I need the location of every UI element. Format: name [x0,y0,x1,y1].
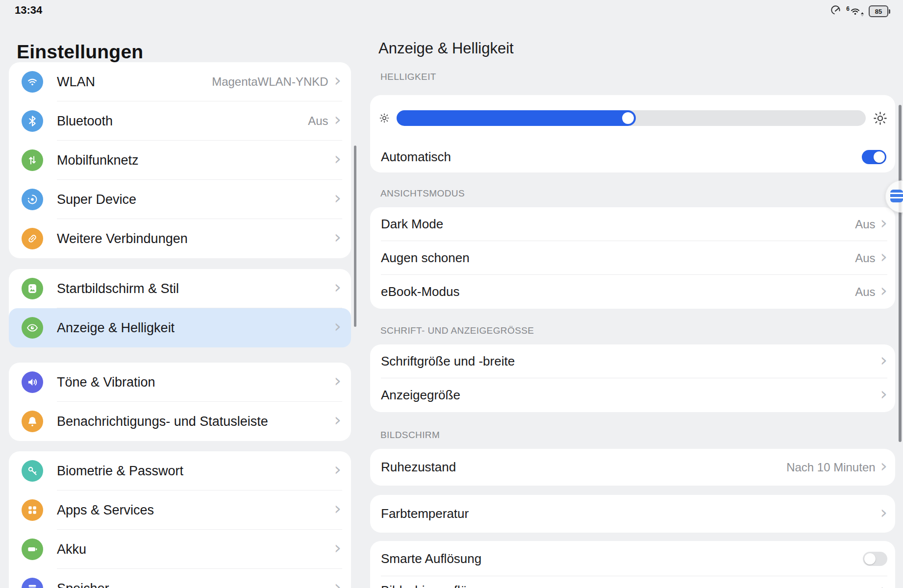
sidebar-item-mobilfunknetz[interactable]: Mobilfunknetz › [9,141,351,180]
sidebar-item-weitere-verbindungen[interactable]: Weitere Verbindungen › [9,219,351,258]
sidebar-item-apps-services[interactable]: Apps & Services › [9,490,351,530]
battery-icon [22,539,43,560]
item-label: Töne & Vibration [57,375,334,390]
sidebar-item-biometrie[interactable]: Biometrie & Passwort › [9,451,351,490]
item-label: Benachrichtigungs- und Statusleiste [57,414,334,429]
data-activity-icon [861,12,864,17]
sidebar-item-speicher[interactable]: Speicher › [9,569,351,588]
row-ruhezustand[interactable]: Ruhezustand Nach 10 Minuten › [370,449,895,486]
status-icons: 6 85 [830,5,890,18]
row-ebook-modus[interactable]: eBook-Modus Aus › [370,275,895,309]
smart-resolution-toggle[interactable] [863,552,887,566]
detail-title: Anzeige & Helligkeit [378,40,514,57]
automatic-brightness-row: Automatisch [370,141,895,172]
brightness-slider[interactable] [397,110,866,126]
chevron-right-icon: › [880,282,887,299]
brightness-fill [397,110,636,126]
item-label: Super Device [57,192,334,207]
storage-icon [22,578,43,588]
resolution-card: Smarte Auflösung Bildschirmauflösung › [370,541,895,588]
performance-mode-icon [830,5,841,18]
chevron-right-icon: › [334,111,341,128]
sidebar-item-akku[interactable]: Akku › [9,530,351,569]
chevron-right-icon: › [334,411,341,429]
color-temp-card: Farbtemperatur › [370,495,895,533]
home-style-icon [22,278,43,299]
row-bildschirmaufloesung[interactable]: Bildschirmauflösung › [370,581,895,588]
sidebar-item-benachrichtigungen[interactable]: Benachrichtigungs- und Statusleiste › [9,402,351,441]
settings-app-window: 13:34 6 85 Einstellungen WLAN MagentaWLA… [0,0,903,588]
speaker-icon [22,371,43,393]
sidebar-group-connections: WLAN MagentaWLAN-YNKD › Bluetooth Aus › … [9,62,351,258]
item-label: Bluetooth [57,114,308,129]
sleep-card: Ruhezustand Nach 10 Minuten › [370,449,895,486]
detail-scrollbar[interactable] [899,105,902,442]
item-value: Aus [308,114,328,128]
sidebar-item-bluetooth[interactable]: Bluetooth Aus › [9,101,351,141]
item-label: Mobilfunknetz [57,153,334,168]
view-mode-card: Dark Mode Aus › Augen schonen Aus › eBoo… [370,207,895,309]
row-augen-schonen[interactable]: Augen schonen Aus › [370,241,895,275]
wifi6-icon: 6 [846,6,864,17]
chevron-right-icon: › [334,539,341,557]
chevron-right-icon: › [880,214,887,232]
section-header-ansichtsmodus: ANSICHTSMODUS [380,188,465,199]
row-dark-mode[interactable]: Dark Mode Aus › [370,207,895,241]
sidebar-item-wlan[interactable]: WLAN MagentaWLAN-YNKD › [9,62,351,101]
chevron-right-icon: › [334,372,341,390]
item-label: WLAN [57,74,212,90]
text-size-card: Schriftgröße und -breite › Anzeigegröße … [370,344,895,412]
chevron-right-icon: › [334,500,341,517]
sidebar-scrollbar[interactable] [354,146,356,327]
chevron-right-icon: › [334,189,341,207]
status-time: 13:34 [15,4,42,17]
row-anzeigegroesse[interactable]: Anzeigegröße › [370,378,895,412]
chevron-right-icon: › [334,278,341,296]
chevron-right-icon: › [880,351,887,369]
sidebar-group-appearance: Startbildschirm & Stil › Anzeige & Helli… [9,269,351,347]
row-farbtemperatur[interactable]: Farbtemperatur › [370,495,895,533]
mobile-network-icon [22,149,43,171]
automatic-brightness-toggle[interactable] [862,150,886,164]
floating-app-icon [890,190,903,202]
sidebar-item-toene-vibration[interactable]: Töne & Vibration › [9,363,351,402]
chevron-right-icon: › [334,578,341,588]
section-header-helligkeit: HELLIGKEIT [380,72,436,82]
section-header-schrift: SCHRIFT- UND ANZEIGEGRÖSSE [380,325,534,336]
wifi-icon [22,71,43,93]
chevron-right-icon: › [880,385,887,403]
eye-icon [22,317,43,339]
item-label: Speicher [57,581,334,588]
row-schriftgroesse[interactable]: Schriftgröße und -breite › [370,344,895,378]
sidebar-item-anzeige-helligkeit[interactable]: Anzeige & Helligkeit › [9,308,351,347]
sidebar-group-sounds: Töne & Vibration › Benachrichtigungs- un… [9,363,351,441]
item-label: Anzeige & Helligkeit [57,320,334,336]
chevron-right-icon: › [880,248,887,266]
brightness-slider-row [370,95,895,141]
sidebar-title: Einstellungen [17,41,143,63]
section-header-bildschirm: BILDSCHIRM [380,430,440,441]
chevron-right-icon: › [334,228,341,246]
row-smarte-aufloesung[interactable]: Smarte Auflösung [370,541,895,576]
brightness-card: Automatisch [370,95,895,172]
chevron-right-icon: › [880,504,887,521]
item-label: Biometrie & Passwort [57,464,334,479]
chevron-right-icon: › [880,457,887,475]
battery-status-icon: 85 [869,5,890,17]
chevron-right-icon: › [334,150,341,168]
brightness-low-icon [379,113,390,123]
item-label: Akku [57,542,334,557]
sidebar-item-startbildschirm[interactable]: Startbildschirm & Stil › [9,269,351,308]
chevron-right-icon: › [334,72,341,89]
chevron-right-icon: › [880,582,887,588]
chevron-right-icon: › [334,318,341,335]
item-value: MagentaWLAN-YNKD [212,75,328,89]
super-device-icon [22,189,43,210]
brightness-slider-thumb[interactable] [622,112,634,124]
chevron-right-icon: › [334,461,341,478]
item-label: Startbildschirm & Stil [57,281,334,296]
bell-icon [22,411,43,432]
item-label: Weitere Verbindungen [57,231,334,246]
battery-percent: 85 [869,5,888,17]
sidebar-item-super-device[interactable]: Super Device › [9,180,351,219]
